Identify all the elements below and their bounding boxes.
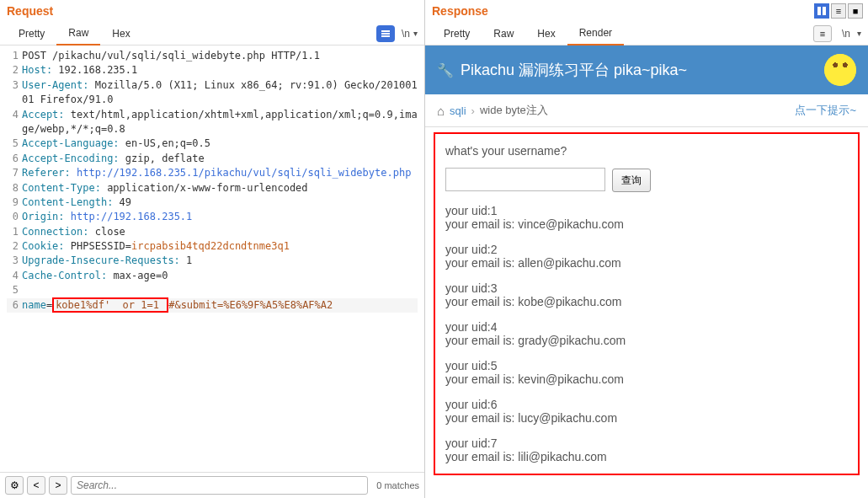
page-header: 🔧 Pikachu 漏洞练习平台 pika~pika~ <box>425 46 868 94</box>
view-horizontal-icon[interactable]: ≡ <box>831 3 846 19</box>
actions-icon[interactable] <box>376 25 395 42</box>
result-item: your uid:3your email is: kobe@pikachu.co… <box>445 281 848 308</box>
response-title: Response <box>425 0 868 22</box>
tab-hex[interactable]: Hex <box>100 23 141 45</box>
search-options-icon[interactable]: ⚙ <box>5 476 24 495</box>
request-body[interactable]: 1POST /pikachu/vul/sqli/sqli_widebyte.ph… <box>0 46 424 472</box>
svg-rect-4 <box>823 7 826 15</box>
query-button[interactable]: 查询 <box>612 169 651 192</box>
query-label: what's your username? <box>445 144 848 158</box>
svg-rect-1 <box>381 33 390 35</box>
breadcrumb-current: wide byte注入 <box>480 103 548 118</box>
request-title: Request <box>0 0 424 22</box>
result-item: your uid:2your email is: allen@pikachu.c… <box>445 243 848 270</box>
search-matches: 0 matches <box>376 480 419 490</box>
view-split-icon[interactable] <box>814 3 829 19</box>
result-item: your uid:1your email is: vince@pikachu.c… <box>445 204 848 231</box>
result-item: your uid:4your email is: grady@pikachu.c… <box>445 320 848 347</box>
tab-pretty-resp[interactable]: Pretty <box>432 23 482 45</box>
svg-rect-2 <box>381 35 390 37</box>
result-box: what's your username? 查询 your uid:1your … <box>434 132 860 475</box>
request-tabs: Pretty Raw Hex \n ▾ <box>0 22 424 46</box>
view-toggle-group: ≡ ■ <box>814 3 863 19</box>
search-bar: ⚙ < > 0 matches <box>0 472 424 498</box>
tab-hex-resp[interactable]: Hex <box>525 23 567 45</box>
results-list: your uid:1your email is: vince@pikachu.c… <box>445 204 848 463</box>
search-prev-icon[interactable]: < <box>27 476 45 495</box>
tab-pretty[interactable]: Pretty <box>7 23 56 45</box>
username-input[interactable] <box>445 168 605 191</box>
search-next-icon[interactable]: > <box>49 476 67 495</box>
view-single-icon[interactable]: ■ <box>848 3 863 19</box>
hint-link[interactable]: 点一下提示~ <box>795 103 856 118</box>
home-icon[interactable]: ⌂ <box>437 104 445 118</box>
breadcrumb-sep: › <box>471 104 475 117</box>
result-item: your uid:6your email is: lucy@pikachu.co… <box>445 398 848 425</box>
result-item: your uid:5your email is: kevin@pikachu.c… <box>445 359 848 386</box>
tab-render[interactable]: Render <box>567 22 624 46</box>
breadcrumb: ⌂ sqli › wide byte注入 点一下提示~ <box>425 94 868 127</box>
rendered-page: 🔧 Pikachu 漏洞练习平台 pika~pika~ ⌂ sqli › wid… <box>425 46 868 498</box>
breadcrumb-link[interactable]: sqli <box>450 104 466 117</box>
dropdown-icon-resp[interactable]: ▾ <box>857 29 861 38</box>
response-pane: ≡ ■ Response Pretty Raw Hex Render ≡ \n … <box>425 0 868 498</box>
svg-rect-3 <box>817 7 821 15</box>
svg-rect-0 <box>381 30 390 32</box>
newline-label-resp: \n <box>842 28 850 40</box>
tab-raw-resp[interactable]: Raw <box>482 23 525 45</box>
response-tabs: Pretty Raw Hex Render ≡ \n ▾ <box>425 22 868 46</box>
key-icon: 🔧 <box>437 62 454 78</box>
page-title: Pikachu 漏洞练习平台 pika~pika~ <box>461 60 687 80</box>
tab-raw[interactable]: Raw <box>56 22 100 46</box>
avatar <box>824 54 856 86</box>
result-item: your uid:7your email is: lili@pikachu.co… <box>445 436 848 463</box>
dropdown-icon[interactable]: ▾ <box>413 29 418 38</box>
newline-label: \n <box>402 28 410 40</box>
search-input[interactable] <box>71 476 368 495</box>
request-pane: Request Pretty Raw Hex \n ▾ 1POST /pikac… <box>0 0 425 498</box>
render-options-icon[interactable]: ≡ <box>813 25 832 42</box>
